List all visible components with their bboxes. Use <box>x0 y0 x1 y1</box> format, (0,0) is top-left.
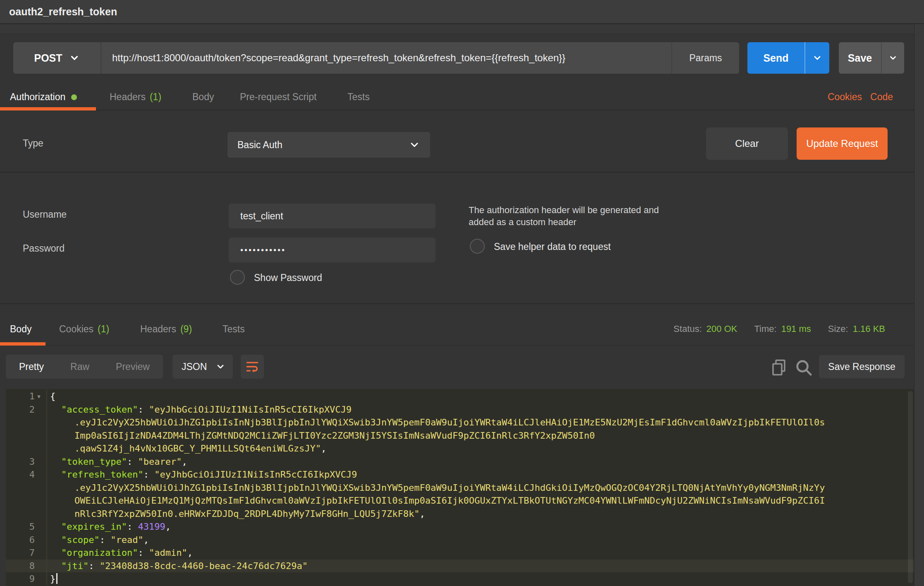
response-tab-headers[interactable]: Headers (9) <box>140 317 192 341</box>
response-metrics: Status: 200 OK Time: 191 ms Size: 1.16 K… <box>673 317 885 341</box>
code-line: .eyJ1c2VyX25hbWUiOiJhZG1pbiIsInNjb3BlIjp… <box>6 481 914 495</box>
time-label: Time: <box>754 324 776 334</box>
code-line: 7"organization": "admin", <box>6 546 914 560</box>
response-header: Body Cookies (1) Headers (9) Tests Statu… <box>0 305 914 346</box>
request-tabs: Authorization Headers (1) Body Pre-reque… <box>0 84 914 110</box>
builder-divider-band <box>0 25 914 34</box>
url-value: http://host1:8000/oauth/token?scope=read… <box>112 52 565 64</box>
url-input[interactable]: http://host1:8000/oauth/token?scope=read… <box>101 42 671 74</box>
request-title: oauth2_refresh_token <box>0 0 924 23</box>
wrap-text-button[interactable] <box>241 355 264 379</box>
auth-type-section: Type Basic Auth Clear Update Request <box>0 111 914 173</box>
save-options-button[interactable] <box>881 42 904 74</box>
line-number: 3 <box>29 456 35 467</box>
send-button[interactable]: Send <box>747 42 829 74</box>
tab-headers[interactable]: Headers (1) <box>110 84 161 110</box>
show-password-label: Show Password <box>254 272 322 283</box>
save-helper-radio[interactable] <box>470 239 485 254</box>
search-icon <box>794 358 813 377</box>
line-number: 6 <box>29 535 35 545</box>
update-request-button[interactable]: Update Request <box>797 127 888 160</box>
save-response-button[interactable]: Save Response <box>819 355 905 378</box>
response-tab-cookies[interactable]: Cookies (1) <box>59 317 109 341</box>
line-number: 7 <box>29 548 35 558</box>
wrap-text-icon <box>245 360 259 374</box>
time-value: 191 ms <box>781 324 811 334</box>
auth-helper-note: The authorization header will be generat… <box>469 205 659 216</box>
code-line: 2"access_token": "eyJhbGciOiJIUzI1NiIsIn… <box>6 403 914 416</box>
chevron-down-icon <box>215 362 225 372</box>
line-number: 4 <box>29 469 35 480</box>
cookies-link[interactable]: Cookies <box>828 91 862 103</box>
window-scrollbar-track[interactable] <box>914 24 924 586</box>
tab-body[interactable]: Body <box>192 84 214 110</box>
params-button[interactable]: Params <box>671 42 739 74</box>
code-line: 6"scope": "read", <box>6 533 914 547</box>
code-line: 8"jti": "23408d38-8cdc-4460-beac-24c76dc… <box>6 560 914 573</box>
tab-pre-request-script[interactable]: Pre-request Script <box>240 84 316 110</box>
tab-tests[interactable]: Tests <box>347 84 370 110</box>
line-number: 5 <box>29 521 35 532</box>
tab-authorization[interactable]: Authorization <box>10 84 77 110</box>
line-number: 1 <box>29 391 35 401</box>
view-mode-group: Pretty Raw Preview <box>6 355 163 379</box>
status-value: 200 OK <box>706 324 737 334</box>
username-field[interactable]: test_client <box>229 204 436 228</box>
line-number: 8 <box>29 561 35 571</box>
chevron-down-icon <box>409 139 420 151</box>
status-label: Status: <box>673 324 701 334</box>
code-line: 5"expires_in": 43199, <box>6 520 914 533</box>
line-number: 2 <box>29 404 35 415</box>
method-select[interactable]: POST <box>13 42 101 74</box>
code-line: nRlc3RfY2xpZW50In0.eHRWxFZDJDq_2RDPL4Dhy… <box>6 507 914 521</box>
format-select[interactable]: JSON <box>172 355 233 379</box>
code-line: 4"refresh_token": "eyJhbGciOiJIUzI1NiIsI… <box>6 468 914 481</box>
size-label: Size: <box>828 324 848 334</box>
code-line: OWEiLCJleHAiOjE1MzQ1MjQzMTQsImF1dGhvcml0… <box>6 494 914 507</box>
code-line: .qawS1Z4j_h4vNx10GBC_Y_PHM1LLSQt64eniWLG… <box>6 442 914 455</box>
view-mode-pretty[interactable]: Pretty <box>6 355 57 379</box>
app-window: oauth2_refresh_token POST http://host1:8… <box>0 0 924 586</box>
send-options-button[interactable] <box>804 42 829 74</box>
copy-response-button[interactable] <box>770 358 788 377</box>
response-code-lines: 1▾{2"access_token": "eyJhbGciOiJIUzI1NiI… <box>6 390 914 586</box>
code-link[interactable]: Code <box>870 91 893 103</box>
password-label: Password <box>23 243 65 254</box>
show-password-radio[interactable] <box>230 270 245 285</box>
chevron-down-icon <box>888 53 898 62</box>
text-cursor <box>56 573 57 584</box>
view-mode-preview[interactable]: Preview <box>103 355 163 379</box>
auth-helper-note: added as a custom header <box>469 217 577 228</box>
response-body-editor[interactable]: 1▾{2"access_token": "eyJhbGciOiJIUzI1NiI… <box>6 389 914 586</box>
fold-toggle-icon[interactable]: ▾ <box>35 393 43 400</box>
password-field[interactable]: ••••••••••• <box>229 238 436 262</box>
send-label[interactable]: Send <box>747 42 804 74</box>
auth-credentials-section: Username test_client Password ••••••••••… <box>0 173 914 304</box>
response-tab-body[interactable]: Body <box>10 317 31 341</box>
auth-type-select[interactable]: Basic Auth <box>227 132 430 158</box>
line-number: 9 <box>29 574 35 584</box>
clear-button[interactable]: Clear <box>706 127 788 160</box>
size-value: 1.16 KB <box>853 324 885 334</box>
username-label: Username <box>23 209 67 220</box>
code-line: Imp0aSI6IjIzNDA4ZDM4LThjZGMtNDQ2MC1iZWFj… <box>6 429 914 442</box>
active-tab-underline <box>0 342 45 346</box>
code-line: 9} <box>6 572 914 586</box>
request-title-bar: oauth2_refresh_token <box>0 0 924 24</box>
auth-type-label: Type <box>23 138 43 149</box>
method-label: POST <box>34 52 62 64</box>
request-url-bar: POST http://host1:8000/oauth/token?scope… <box>0 42 914 74</box>
save-label[interactable]: Save <box>839 42 881 74</box>
chevron-down-icon <box>812 53 822 63</box>
code-line: 3"token_type": "bearer", <box>6 455 914 468</box>
save-helper-label: Save helper data to request <box>494 241 611 252</box>
copy-icon <box>770 358 788 377</box>
chevron-down-icon <box>69 53 80 63</box>
search-response-button[interactable] <box>794 358 813 377</box>
headers-count-badge: (9) <box>180 324 192 335</box>
view-mode-raw[interactable]: Raw <box>57 355 103 379</box>
response-scrollbar-thumb[interactable] <box>908 391 913 583</box>
save-button[interactable]: Save <box>839 42 904 74</box>
cookies-count-badge: (1) <box>98 324 109 335</box>
response-tab-tests[interactable]: Tests <box>223 317 245 341</box>
